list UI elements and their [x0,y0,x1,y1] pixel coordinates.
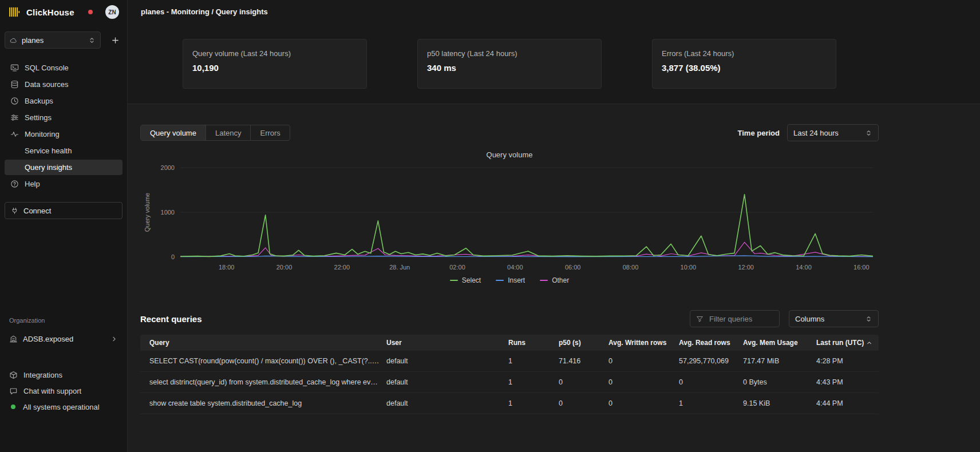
cell-query: select distrinct(query_id) from system.d… [140,378,386,386]
tab-latency[interactable]: Latency [206,125,251,140]
column-header-runs[interactable]: Runs [508,339,559,347]
svg-text:06:00: 06:00 [565,264,581,271]
sliders-icon [10,113,19,122]
sidebar-item-label: Data sources [25,80,69,89]
cell-user: default [386,378,508,386]
column-header-query[interactable]: Query [140,339,386,347]
plug-icon [11,207,18,215]
column-header-label: Query [149,339,169,347]
cell-user: default [386,357,508,365]
organization-icon [9,335,18,343]
main-area: planes - Monitoring / Query insights Que… [128,0,980,452]
svg-text:20:00: 20:00 [276,264,293,271]
sidebar-header: ClickHouse ZN [0,0,127,26]
metric-label: Query volume (Last 24 hours) [192,49,357,58]
column-header-user[interactable]: User [386,339,508,347]
column-header-avg-written-rows[interactable]: Avg. Written rows [608,339,679,347]
cell-avg-read-rows: 1 [679,399,743,407]
sidebar-item-help[interactable]: Help [5,176,122,192]
svg-text:10:00: 10:00 [681,264,697,271]
connect-button[interactable]: Connect [5,202,122,219]
cell-avg-mem-usage: 0 Bytes [743,378,816,386]
app-root: ClickHouse ZN planes [0,0,980,452]
time-period-control: Time period Last 24 hours [738,124,879,141]
column-header-last-run[interactable]: Last run (UTC) [816,339,879,347]
metric-label: Errors (Last 24 hours) [662,49,827,58]
tab-query-volume[interactable]: Query volume [141,125,206,140]
column-header-label: Avg. Written rows [608,339,666,347]
metric-card-errors: Errors (Last 24 hours) 3,877 (38.05%) [652,39,836,89]
sidebar-item-label: Help [25,180,40,188]
organization-section: Organization ADSB.exposed [0,317,127,347]
time-period-select[interactable]: Last 24 hours [787,124,879,141]
column-header-label: p50 (s) [559,339,581,347]
svg-text:14:00: 14:00 [796,264,812,271]
cloud-icon [10,37,17,44]
legend-item-select[interactable]: Select [450,276,481,284]
recent-queries-title: Recent queries [140,314,202,324]
filter-queries-input[interactable] [708,314,773,324]
cell-runs: 1 [508,357,559,365]
sidebar-item-label: Monitoring [25,130,60,138]
sidebar-item-monitoring[interactable]: Monitoring [5,126,122,142]
sidebar-item-query-insights[interactable]: Query insights [5,160,122,175]
table-row[interactable]: SELECT CAST(round(pow(count() / max(coun… [140,351,879,372]
cell-runs: 1 [508,378,559,386]
integrations-item[interactable]: Integrations [9,370,118,380]
cell-last-run: 4:44 PM [816,399,879,407]
sidebar-item-data-sources[interactable]: Data sources [5,77,122,92]
integrations-icon [9,371,18,379]
service-selector[interactable]: planes [5,31,101,49]
legend-swatch [496,280,504,281]
sidebar-item-service-health[interactable]: Service health [5,143,122,158]
metric-card-p50-latency: p50 latency (Last 24 hours) 340 ms [417,39,602,89]
columns-select[interactable]: Columns [789,310,879,327]
svg-text:1000: 1000 [161,209,175,216]
plus-icon [111,36,120,45]
svg-text:16:00: 16:00 [853,264,870,271]
chat-support-item[interactable]: Chat with support [9,386,118,396]
status-ok-dot [11,405,15,409]
column-header-avg-read-rows[interactable]: Avg. Read rows [679,339,743,347]
svg-text:Query volume: Query volume [144,193,151,232]
column-header-label: Runs [508,339,525,347]
sidebar-footer: Integrations Chat with support All syste… [0,347,127,452]
column-header-avg-mem-usage[interactable]: Avg. Mem Usage [743,339,816,347]
table-row[interactable]: select distrinct(query_id) from system.d… [140,372,879,393]
chart-legend: Select Insert Other [140,276,879,284]
chevron-right-icon [110,335,118,343]
svg-text:2000: 2000 [161,164,175,171]
table-row[interactable]: show create table system.distributed_cac… [140,393,879,414]
legend-swatch [540,280,548,281]
sort-ascending-icon [867,340,872,346]
time-period-value: Last 24 hours [793,129,839,137]
legend-item-other[interactable]: Other [540,276,569,284]
organization-name: ADSB.exposed [23,335,73,343]
sidebar-item-settings[interactable]: Settings [5,110,122,125]
sidebar-item-backups[interactable]: Backups [5,93,122,109]
legend-item-insert[interactable]: Insert [496,276,525,284]
add-service-button[interactable] [108,33,122,47]
system-status-item[interactable]: All systems operational [9,402,118,412]
brand-name[interactable]: ClickHouse [26,7,74,17]
sidebar-item-sql-console[interactable]: SQL Console [5,60,122,76]
user-avatar[interactable]: ZN [105,5,119,19]
filter-queries-box[interactable] [690,310,780,327]
organization-item[interactable]: ADSB.exposed [9,331,118,347]
svg-text:28. Jun: 28. Jun [389,264,410,271]
cell-query: show create table system.distributed_cac… [140,399,386,407]
content: Query volume Latency Errors Time period … [128,104,891,414]
column-header-p50[interactable]: p50 (s) [559,339,608,347]
help-icon [10,180,19,188]
svg-text:0: 0 [171,253,175,260]
column-header-label: Avg. Mem Usage [743,339,798,347]
service-selector-row: planes [0,26,127,52]
cell-p50: 0 [559,399,608,407]
column-header-label: Avg. Read rows [679,339,730,347]
chart-block: Query volume 01000200018:0020:0022:0028.… [140,150,879,284]
tab-errors[interactable]: Errors [250,125,289,140]
recent-queries-header-row: Recent queries Columns [140,310,879,328]
sidebar: ClickHouse ZN planes [0,0,128,452]
cell-avg-read-rows: 57,295,770,069 [679,357,743,365]
pulse-icon [10,130,19,138]
